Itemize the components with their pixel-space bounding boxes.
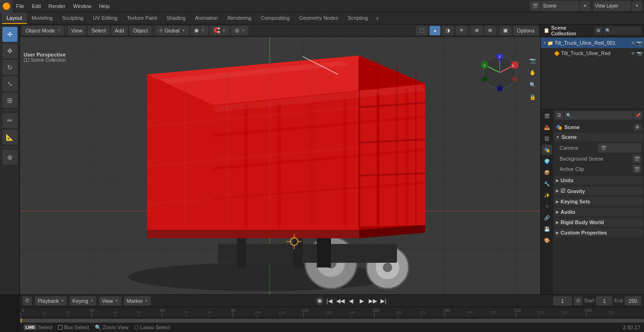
custom-properties-header[interactable]: ▶ Custom Properties — [554, 228, 643, 237]
prop-icon-view-layer[interactable]: 🖼 — [542, 133, 552, 144]
prop-icon-object[interactable]: 📦 — [542, 167, 552, 178]
menu-render[interactable]: Render — [45, 0, 69, 12]
prop-icon-particles[interactable]: ✨ — [542, 190, 552, 200]
units-section-header[interactable]: ▶ Units — [554, 176, 643, 185]
item-0-render[interactable]: 📷 — [636, 40, 642, 46]
audio-section-header[interactable]: ▶ Audio — [554, 208, 643, 216]
menu-file[interactable]: File — [12, 0, 28, 12]
timeline-scrollbar[interactable] — [20, 319, 644, 323]
camera-value[interactable]: 🎬 — [598, 143, 642, 153]
play-btn[interactable]: ▶ — [357, 296, 367, 306]
viewport-3d[interactable]: Object Mode ▼ View Select Add Object ⊹ G… — [20, 24, 540, 294]
tool-annotate[interactable]: ✏ — [2, 113, 17, 128]
timeline-track-area[interactable] — [20, 318, 644, 323]
xray-toggle[interactable]: ▣ — [499, 26, 512, 35]
prop-icon-scene[interactable]: 🎭 — [542, 145, 552, 155]
tab-scripting[interactable]: Scripting — [343, 12, 372, 24]
item-1-visibility[interactable]: 👁 — [631, 51, 636, 56]
prop-search[interactable]: 🔍 — [564, 111, 633, 120]
mode-selector[interactable]: Object Mode ▼ — [22, 26, 64, 35]
prop-icon-modifier[interactable]: 🔧 — [542, 178, 552, 189]
tab-layout[interactable]: Layout — [2, 12, 27, 24]
tab-texture-paint[interactable]: Texture Paint — [122, 12, 162, 24]
prop-pin-btn[interactable]: 📌 — [634, 111, 642, 120]
select-menu[interactable]: Select — [88, 26, 110, 35]
timeline-ruler-bg[interactable]: 0 10 20 30 40 50 60 70 80 — [20, 307, 644, 318]
current-frame-input[interactable]: 1 — [553, 296, 572, 306]
tab-geometry-nodes[interactable]: Geometry Nodes — [294, 12, 343, 24]
view-menu-tl[interactable]: View ▼ — [99, 296, 121, 306]
zoom-icon[interactable]: 🔍 — [527, 79, 538, 90]
hand-icon[interactable]: ✋ — [527, 67, 538, 78]
tab-rendering[interactable]: Rendering — [223, 12, 256, 24]
menu-edit[interactable]: Edit — [28, 0, 45, 12]
shading-solid[interactable]: ● — [429, 26, 440, 35]
scene-settings-btn[interactable]: ⚙ — [634, 123, 641, 131]
prop-toggle-btn[interactable]: ☰ — [555, 111, 563, 120]
end-frame-input[interactable]: 250 — [625, 296, 641, 306]
object-menu[interactable]: Object — [129, 26, 152, 35]
tab-shading[interactable]: Shading — [162, 12, 190, 24]
record-btn[interactable] — [315, 297, 324, 305]
step-back-btn[interactable]: ◀◀ — [335, 296, 346, 306]
outliner-search[interactable]: 🔍 — [603, 26, 641, 35]
prop-icon-render[interactable]: 🎬 — [542, 111, 552, 121]
proportional-edit[interactable]: ◎ ▼ — [231, 26, 249, 35]
lasso-select-status[interactable]: ⬡ Lasso Select — [134, 324, 170, 331]
engine-selector[interactable]: 🎬 — [530, 1, 540, 11]
rigid-body-header[interactable]: ▶ Rigid Body World — [554, 218, 643, 227]
zoom-view-status[interactable]: 🔍 Zoom View — [95, 324, 129, 331]
prop-icon-output[interactable]: 📤 — [542, 122, 552, 132]
camera-icon[interactable]: 📷 — [527, 55, 538, 66]
gizmo-toggle[interactable]: ⊕ — [471, 26, 483, 35]
tab-modeling[interactable]: Modeling — [27, 12, 58, 24]
outliner-item-1[interactable]: ▶ 🔶 Tilt_Truck_Uline_Red 👁 📷 — [541, 48, 644, 58]
scene-selector-expand[interactable]: ▼ — [580, 1, 590, 11]
navigation-gizmo[interactable]: X Y Z — [481, 54, 519, 91]
shading-rendered[interactable]: ☀ — [455, 26, 468, 35]
menu-help[interactable]: Help — [95, 0, 114, 12]
scene-section-header[interactable]: ▼ Scene — [554, 133, 643, 141]
start-frame-input[interactable]: 1 — [596, 296, 612, 306]
marker-menu[interactable]: Marker ▼ — [124, 296, 151, 306]
jump-end-btn[interactable]: ▶| — [379, 296, 389, 306]
tool-transform[interactable]: ⊞ — [2, 93, 17, 108]
box-select-status[interactable]: Box Select — [58, 324, 89, 330]
item-1-render[interactable]: 📷 — [636, 51, 642, 56]
add-menu[interactable]: Add — [111, 26, 128, 35]
outliner-filter[interactable]: ⚙ — [594, 26, 603, 35]
lock-icon[interactable]: 🔒 — [527, 91, 538, 103]
tool-scale[interactable]: ⤡ — [2, 76, 17, 91]
item-0-visibility[interactable]: 👁 — [631, 40, 636, 46]
view-menu[interactable]: View — [67, 26, 86, 35]
overlay-toggle[interactable]: ⊕ — [484, 26, 496, 35]
tool-cursor[interactable]: ✛ — [2, 27, 17, 42]
tab-sculpting[interactable]: Sculpting — [58, 12, 88, 24]
menu-window[interactable]: Window — [69, 0, 95, 12]
view-layer-selector-expand[interactable]: ▼ — [632, 1, 642, 11]
tool-move[interactable]: ✥ — [2, 43, 17, 58]
tool-add[interactable]: ⊕ — [2, 150, 17, 165]
prop-icon-material[interactable]: 🎨 — [542, 235, 552, 245]
pivot-point[interactable]: ◉ ▼ — [190, 26, 208, 35]
prop-icon-physics[interactable]: ⚛ — [542, 201, 552, 211]
gravity-section-header[interactable]: ▶ ☑ Gravity — [554, 186, 643, 195]
view-layer-selector[interactable]: View Layer — [593, 1, 631, 11]
tab-animation[interactable]: Animation — [190, 12, 223, 24]
timeline-icon[interactable]: ⏱ — [23, 296, 32, 306]
shading-wireframe[interactable]: ⬚ — [416, 26, 428, 35]
options-menu[interactable]: Options — [513, 26, 538, 35]
snap-toggle[interactable]: 🧲 ▼ — [210, 26, 230, 35]
transform-space[interactable]: ⊹ Global ▼ — [155, 26, 189, 35]
play-reverse-btn[interactable]: ◀ — [346, 296, 356, 306]
tool-rotate[interactable]: ↻ — [2, 60, 17, 75]
prop-icon-world[interactable]: 🌍 — [542, 156, 552, 166]
tab-uv-editing[interactable]: UV Editing — [88, 12, 122, 24]
outliner-item-0[interactable]: ▼ 📁 Tilt_Truck_Uline_Red_001 👁 📷 — [541, 38, 644, 48]
keying-sets-header[interactable]: ▶ Keying Sets — [554, 197, 643, 206]
add-workspace-button[interactable]: + — [372, 12, 382, 24]
jump-start-btn[interactable]: |◀ — [324, 296, 335, 306]
shading-material[interactable]: ◑ — [442, 26, 454, 35]
tool-measure[interactable]: 📐 — [2, 130, 17, 145]
prop-icon-data[interactable]: 💾 — [542, 224, 552, 234]
